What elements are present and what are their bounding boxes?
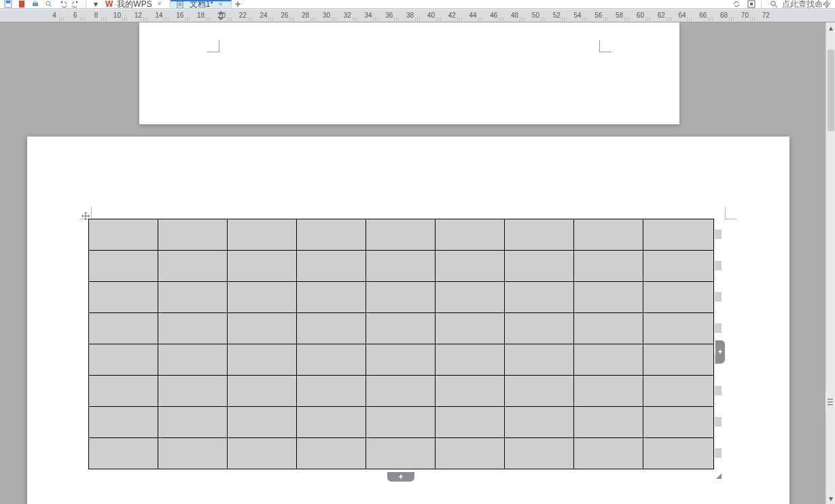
print-icon[interactable] [30,0,41,10]
scroll-up-icon[interactable]: ▴ [828,24,834,32]
table-cell[interactable] [366,282,436,313]
table-cell[interactable] [574,344,643,376]
table-cell[interactable] [158,251,228,282]
table-cell[interactable] [366,219,436,251]
new-tab-button[interactable]: + [232,0,244,8]
table-cell[interactable] [89,344,158,376]
tab-document[interactable]: 文档1* × [171,0,232,8]
table-cell[interactable] [228,282,297,313]
table-cell[interactable] [89,219,158,251]
redo-icon[interactable] [71,0,82,10]
table-cell[interactable] [505,344,574,376]
table-cell[interactable] [297,251,366,282]
table-cell[interactable] [574,438,643,469]
document-page[interactable]: + + [27,137,789,504]
table-cell[interactable] [505,407,574,438]
table-cell[interactable] [436,219,505,251]
export-pdf-icon[interactable] [16,0,27,10]
table-cell[interactable] [89,282,158,313]
vertical-scrollbar[interactable]: ▴ ▾ [825,22,835,504]
table-cell[interactable] [436,251,505,282]
tab-home[interactable]: W 我的WPS × [101,0,171,8]
row-select-handle[interactable] [715,417,722,427]
table-cell[interactable] [297,407,366,438]
table-cell[interactable] [228,313,297,344]
table-cell[interactable] [158,219,228,251]
table-cell[interactable] [228,376,297,407]
table-cell[interactable] [228,407,297,438]
table-cell[interactable] [436,344,505,376]
row-select-handle[interactable] [715,448,722,458]
row-select-handle[interactable] [715,292,722,302]
table-cell[interactable] [297,219,366,251]
table-cell[interactable] [366,407,436,438]
scroll-down-icon[interactable]: ▾ [828,494,834,503]
horizontal-ruler[interactable]: 4681012141618202224262830323436384042444… [0,9,835,22]
table-cell[interactable] [297,282,366,313]
sync-icon[interactable] [731,0,742,10]
table-cell[interactable] [643,313,714,344]
table-cell[interactable] [505,282,574,313]
table-cell[interactable] [366,251,436,282]
table-cell[interactable] [505,438,574,469]
close-icon[interactable]: × [156,1,163,7]
table-cell[interactable] [643,344,714,376]
save-icon[interactable] [3,0,14,10]
table-cell[interactable] [89,251,158,282]
table-cell[interactable] [436,313,505,344]
table-cell[interactable] [297,376,366,407]
table-cell[interactable] [228,438,297,469]
table-cell[interactable] [158,376,228,407]
table-cell[interactable] [89,376,158,407]
table-row[interactable] [89,344,714,376]
table-row[interactable] [89,313,714,344]
table-cell[interactable] [643,282,714,313]
table-cell[interactable] [297,344,366,376]
add-column-button[interactable]: + [715,340,725,363]
row-select-handle[interactable] [715,323,722,333]
table-cell[interactable] [436,438,505,469]
table-resize-handle[interactable] [715,472,722,479]
table-cell[interactable] [574,251,643,282]
table-cell[interactable] [158,344,228,376]
row-select-handle[interactable] [715,386,722,395]
table-row[interactable] [89,438,714,469]
scrollbar-thumb[interactable] [828,50,834,131]
table-cell[interactable] [436,407,505,438]
table-cell[interactable] [574,376,643,407]
table-cell[interactable] [643,407,714,438]
table-cell[interactable] [436,376,505,407]
row-select-handle[interactable] [715,230,722,239]
undo-icon[interactable] [57,0,68,10]
table-cell[interactable] [366,376,436,407]
table-cell[interactable] [158,282,228,313]
table-cell[interactable] [505,313,574,344]
document-workspace[interactable]: + + [0,22,825,504]
table-row[interactable] [89,219,714,251]
table-cell[interactable] [574,219,643,251]
table-cell[interactable] [228,251,297,282]
row-select-handle[interactable] [715,261,722,270]
table-cell[interactable] [574,313,643,344]
dropdown-icon[interactable]: ▾ [90,0,101,10]
table-cell[interactable] [505,251,574,282]
settings-icon[interactable] [746,0,757,10]
table-cell[interactable] [228,344,297,376]
table-cell[interactable] [297,313,366,344]
indent-marker[interactable] [217,11,224,20]
table-cell[interactable] [366,313,436,344]
table-cell[interactable] [89,438,158,469]
table-row[interactable] [89,407,714,438]
close-icon[interactable]: × [217,1,224,8]
document-table[interactable] [88,219,714,469]
table-cell[interactable] [297,438,366,469]
table-cell[interactable] [643,219,714,251]
table-cell[interactable] [505,219,574,251]
add-row-button[interactable]: + [387,472,414,482]
table-row[interactable] [89,251,714,282]
table-cell[interactable] [158,313,228,344]
table-cell[interactable] [228,219,297,251]
table-cell[interactable] [89,313,158,344]
table-cell[interactable] [643,251,714,282]
table-row[interactable] [89,282,714,313]
